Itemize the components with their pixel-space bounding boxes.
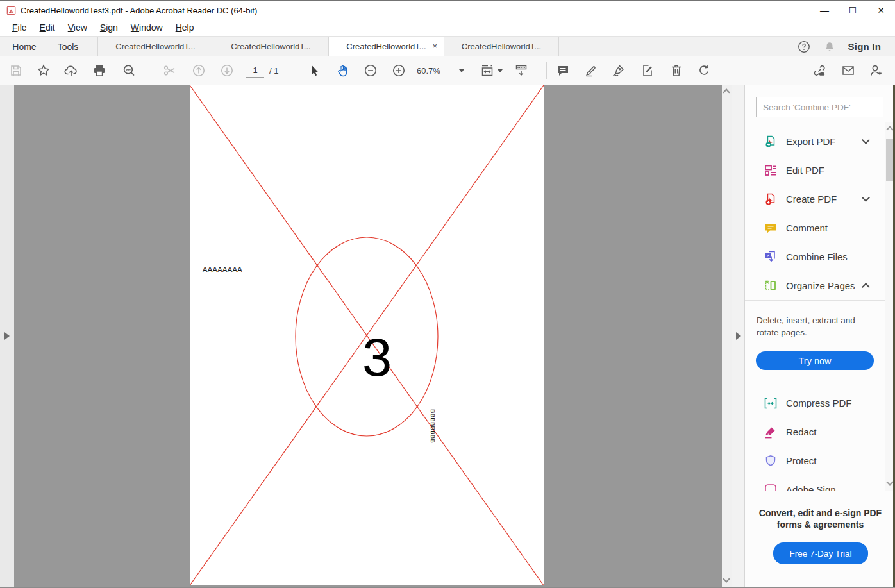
sidebar-item-export-pdf[interactable]: Export PDF xyxy=(745,127,887,156)
search-icon[interactable] xyxy=(121,62,137,79)
sidebar-item-label: Adobe Sign xyxy=(786,484,836,491)
sidebar-item-label: Create PDF xyxy=(786,194,837,205)
page-scrolling-icon[interactable] xyxy=(513,62,530,79)
sidebar-item-create-pdf[interactable]: Create PDF xyxy=(745,185,887,214)
fit-width-icon xyxy=(480,63,495,78)
hand-tool-icon[interactable] xyxy=(335,62,351,79)
promo-text: Convert, edit and e-sign PDF forms & agr… xyxy=(745,507,895,530)
scroll-up-icon[interactable] xyxy=(723,88,730,96)
menu-view[interactable]: View xyxy=(62,21,93,35)
sidebar-item-combine-files[interactable]: Combine Files xyxy=(745,242,887,271)
sidebar-item-label: Edit PDF xyxy=(786,165,824,176)
sidebar-item-label: Combine Files xyxy=(786,251,848,262)
document-scrollbar[interactable] xyxy=(722,85,732,588)
scroll-up-icon[interactable] xyxy=(886,126,893,133)
cloud-upload-icon[interactable] xyxy=(63,62,79,79)
document-tab-label: CreatedHelloworldT... xyxy=(231,42,310,51)
pdf-page: AAAAAAAA 3 BBBBBBBB xyxy=(190,85,544,585)
menu-bar: File Edit View Sign Window Help xyxy=(0,19,895,36)
sign-pen-icon[interactable] xyxy=(610,62,627,79)
free-trial-button[interactable]: Free 7-Day Trial xyxy=(773,542,868,564)
tab-home[interactable]: Home xyxy=(9,37,40,56)
chevron-down-icon[interactable] xyxy=(862,194,870,202)
close-button[interactable]: ✕ xyxy=(867,1,895,20)
try-now-button[interactable]: Try now xyxy=(756,351,874,370)
document-tab-label: CreatedHelloworldT... xyxy=(346,42,426,51)
sidebar-item-label: Redact xyxy=(786,426,817,437)
scroll-down-icon[interactable] xyxy=(723,575,730,582)
star-favorite-icon[interactable] xyxy=(35,62,52,79)
delete-pages-icon[interactable] xyxy=(668,62,685,79)
organize-pages-icon xyxy=(764,279,778,293)
cut-scissors-icon[interactable] xyxy=(162,62,178,79)
zoom-out-icon[interactable] xyxy=(362,62,379,79)
open-nav-pane-icon[interactable] xyxy=(4,332,10,340)
zoom-level-value: 60.7% xyxy=(417,66,440,76)
document-tab-1[interactable]: CreatedHelloworldT... xyxy=(97,37,213,56)
select-tool-icon[interactable] xyxy=(306,62,322,79)
page-text-top-left: AAAAAAAA xyxy=(203,265,242,273)
maximize-button[interactable]: ☐ xyxy=(839,1,867,20)
scroll-down-icon[interactable] xyxy=(886,478,893,485)
window-title: CreatedHelloworldTest3.pdf - Adobe Acrob… xyxy=(21,6,257,15)
search-tools-input[interactable] xyxy=(756,97,883,117)
share-link-icon[interactable] xyxy=(811,62,828,79)
sidebar-item-edit-pdf[interactable]: Edit PDF xyxy=(745,156,887,185)
menu-window[interactable]: Window xyxy=(125,21,169,35)
document-tab-4[interactable]: CreatedHelloworldT... xyxy=(444,37,559,56)
chevron-down-icon[interactable] xyxy=(862,136,870,144)
protect-shield-icon xyxy=(764,454,778,468)
promo-line-2: forms & agreements xyxy=(745,519,895,530)
email-icon[interactable] xyxy=(840,62,857,79)
tools-pane-strip xyxy=(732,85,744,588)
sidebar-item-label: Protect xyxy=(786,455,817,466)
tools-sidebar: Export PDF Edit PDF Create PDF Comment C… xyxy=(744,85,895,588)
highlight-tool-icon[interactable] xyxy=(583,62,599,79)
sidebar-item-adobe-sign[interactable]: Adobe Sign xyxy=(745,475,887,491)
page-text-center: 3 xyxy=(362,331,392,384)
notifications-bell-icon[interactable] xyxy=(823,40,837,54)
menu-edit[interactable]: Edit xyxy=(34,21,61,35)
minimize-button[interactable]: — xyxy=(810,1,839,20)
fit-width-dropdown[interactable] xyxy=(480,62,503,79)
share-with-people-icon[interactable] xyxy=(867,62,884,79)
navigation-pane-strip xyxy=(0,85,14,588)
next-page-icon[interactable] xyxy=(219,62,235,79)
document-tab-3-active[interactable]: CreatedHelloworldT... × xyxy=(328,37,444,56)
document-tab-label: CreatedHelloworldT... xyxy=(115,42,195,51)
menu-help[interactable]: Help xyxy=(170,21,200,35)
document-tab-2[interactable]: CreatedHelloworldT... xyxy=(213,37,328,56)
print-icon[interactable] xyxy=(91,62,108,79)
sidebar-item-protect[interactable]: Protect xyxy=(745,446,887,475)
help-icon[interactable] xyxy=(797,40,811,54)
edit-page-icon[interactable] xyxy=(639,62,656,79)
menu-sign[interactable]: Sign xyxy=(94,21,124,35)
sign-in-button[interactable]: Sign In xyxy=(848,41,881,52)
save-icon[interactable] xyxy=(8,62,24,79)
page-number-input[interactable] xyxy=(246,63,264,78)
main-area: AAAAAAAA 3 BBBBBBBB Export PDF Edit PDF xyxy=(0,85,895,588)
chevron-down-icon xyxy=(498,69,503,72)
comment-icon xyxy=(764,221,778,235)
comment-tool-icon[interactable] xyxy=(555,62,571,79)
adobe-sign-icon xyxy=(764,483,778,491)
sidebar-item-organize-pages[interactable]: Organize Pages xyxy=(745,271,887,300)
organize-pages-description: Delete, insert, extract and rotate pages… xyxy=(757,314,866,339)
rotate-pages-icon[interactable] xyxy=(696,62,712,79)
sidebar-item-compress-pdf[interactable]: Compress PDF xyxy=(745,389,887,417)
tab-close-icon[interactable]: × xyxy=(432,41,437,51)
edit-pdf-icon xyxy=(764,164,778,178)
previous-page-icon[interactable] xyxy=(190,62,207,79)
collapse-tools-pane-icon[interactable] xyxy=(736,332,741,340)
sidebar-item-redact[interactable]: Redact xyxy=(745,417,887,446)
trial-promo-panel: Convert, edit and e-sign PDF forms & agr… xyxy=(745,491,895,588)
zoom-in-icon[interactable] xyxy=(390,62,407,79)
tab-tools[interactable]: Tools xyxy=(53,37,83,56)
chevron-up-icon[interactable] xyxy=(862,283,870,291)
sidebar-item-label: Organize Pages xyxy=(786,280,855,291)
sidebar-item-comment[interactable]: Comment xyxy=(745,214,887,242)
zoom-level-dropdown[interactable]: 60.7% xyxy=(414,63,467,78)
promo-line-1: Convert, edit and e-sign PDF xyxy=(745,507,895,519)
menu-file[interactable]: File xyxy=(6,21,33,35)
redact-icon xyxy=(764,425,778,439)
